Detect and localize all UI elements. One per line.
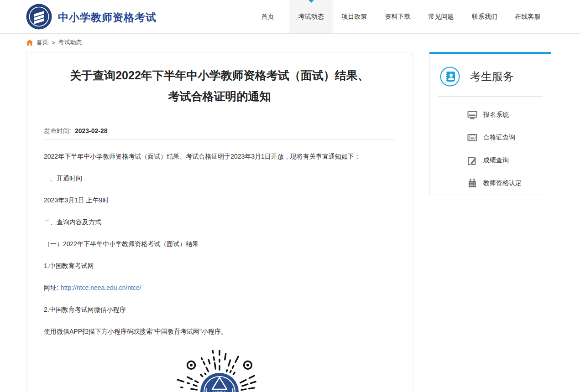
url-label: 网址: (44, 284, 58, 291)
breadcrumb-home-link[interactable]: 首页 (37, 38, 48, 46)
ntce-link[interactable]: http://ntce.neea.edu.cn/ntce/ (61, 284, 141, 291)
wechat-miniprogram-qr-code: NEEA (176, 350, 263, 392)
article-body: 2022年下半年中小学教师资格考试（面试）结果、考试合格证明于2023年3月1日… (26, 139, 413, 392)
sidebar-item-qualification[interactable]: 教师资格认定 (430, 172, 551, 195)
certificate-icon (467, 133, 477, 143)
paragraph-intro: 2022年下半年中小学教师资格考试（面试）结果、考试合格证明于2023年3月1日… (44, 153, 395, 160)
home-icon (26, 39, 33, 46)
publish-date: 2023-02-28 (75, 127, 108, 134)
sidebar-item-certificate-query[interactable]: 合格证查询 (430, 126, 551, 149)
nav-item-policies[interactable]: 项目政策 (333, 0, 376, 33)
sidebar-item-label: 教师资格认定 (483, 179, 522, 187)
candidate-services-icon (440, 67, 460, 87)
article-title: 关于查询2022年下半年中小学教师资格考试（面试）结果、 考试合格证明的通知 (26, 52, 413, 107)
site-header: 中小学教师资格考试 首页 考试动态 项目政策 资料下载 常见问题 联系我们 在线… (0, 0, 580, 34)
sidebar-item-label: 报名系统 (483, 111, 509, 119)
divider (438, 96, 543, 97)
notebook-check-icon (467, 178, 477, 188)
article-title-line2: 考试合格证明的通知 (26, 86, 413, 107)
sidebar-card: 考生服务 报名系统 (429, 54, 551, 195)
nav-item-contact[interactable]: 联系我们 (463, 0, 506, 33)
paragraph-site: 1.中国教育考试网 (44, 263, 395, 269)
article-title-line1: 关于查询2022年下半年中小学教师资格考试（面试）结果、 (26, 65, 413, 86)
main-nav: 首页 考试动态 项目政策 资料下载 常见问题 联系我们 在线客服 (246, 0, 549, 33)
sidebar-item-label: 成绩查询 (483, 156, 509, 165)
site-logo-icon (26, 4, 52, 31)
site-title: 中小学教师资格考试 (58, 10, 157, 25)
sidebar-header: 考生服务 (430, 54, 551, 87)
breadcrumb-current: 考试动态 (58, 38, 82, 46)
sidebar-title: 考生服务 (470, 69, 514, 84)
sidebar-candidate-services: 考生服务 报名系统 (429, 52, 551, 195)
publish-meta: 发布时间:2023-02-28 (44, 128, 395, 139)
breadcrumb: 首页 > 考试动态 (26, 34, 82, 51)
paragraph-sub1: （一）2022年下半年中小学教师资格考试（面试）结果 (44, 241, 395, 247)
nav-item-faq[interactable]: 常见问题 (419, 0, 463, 33)
sidebar-items: 报名系统 合格证查询 (430, 103, 551, 195)
paragraph-url: 网址:http://ntce.neea.edu.cn/ntce/ (44, 284, 395, 291)
nav-item-downloads[interactable]: 资料下载 (376, 0, 419, 33)
sidebar-item-score-query[interactable]: 成绩查询 (430, 149, 551, 172)
publish-label: 发布时间: (44, 127, 71, 134)
nav-item-online-service[interactable]: 在线客服 (506, 0, 549, 33)
paragraph-scan-hint: 使用微信APP扫描下方小程序码或搜索"中国教育考试网"小程序。 (44, 328, 395, 335)
sidebar-item-registration[interactable]: 报名系统 (430, 103, 551, 126)
nav-item-home[interactable]: 首页 (246, 0, 289, 33)
sidebar-item-label: 合格证查询 (483, 134, 515, 142)
paragraph-section2: 二、查询内容及方式 (44, 219, 395, 225)
pencil-edit-icon (467, 155, 477, 165)
paragraph-section1: 一、开通时间 (44, 175, 395, 181)
paragraph-open-time: 2023年3月1日 上午9时 (44, 197, 395, 203)
paragraph-miniprogram: 2.中国教育考试网微信小程序 (44, 306, 395, 313)
monitor-icon (467, 110, 477, 120)
page: 中小学教师资格考试 首页 考试动态 项目政策 资料下载 常见问题 联系我们 在线… (0, 0, 580, 392)
nav-item-exam-news[interactable]: 考试动态 (289, 0, 333, 33)
article-card: 关于查询2022年下半年中小学教师资格考试（面试）结果、 考试合格证明的通知 发… (26, 52, 413, 392)
breadcrumb-separator: > (52, 39, 55, 46)
site-brand[interactable]: 中小学教师资格考试 (26, 4, 157, 31)
